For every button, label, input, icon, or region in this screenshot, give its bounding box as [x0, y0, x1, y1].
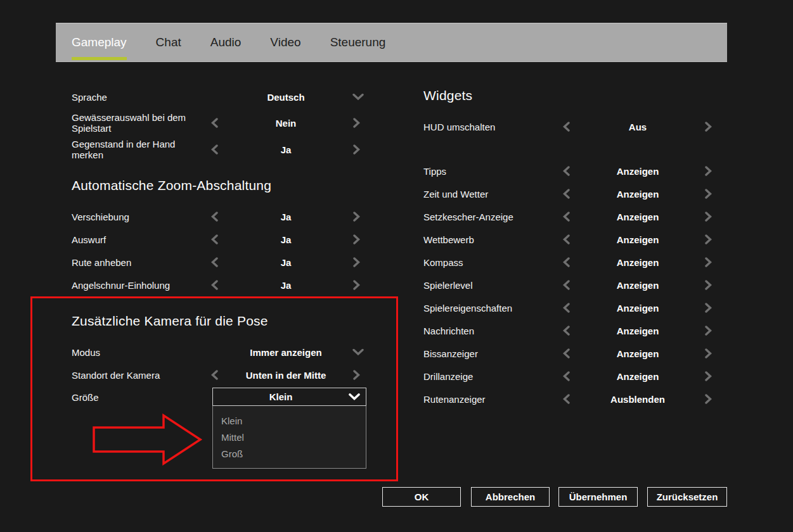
setting-value: Anzeigen [579, 189, 697, 200]
setting-label: Setzkescher-Anzeige [423, 212, 555, 222]
chevron-right-icon[interactable] [352, 370, 361, 380]
chevron-right-icon[interactable] [704, 122, 712, 132]
chevron-left-icon[interactable] [210, 234, 219, 244]
chevron-right-icon[interactable] [704, 189, 712, 199]
setting-label: Sprache [72, 92, 203, 103]
setting-label: Rutenanzeiger [423, 394, 555, 405]
chevron-right-icon[interactable] [352, 257, 361, 267]
setting-value: Anzeigen [579, 234, 697, 245]
setting-row-bissanzeiger: BissanzeigerAnzeigen [423, 342, 718, 365]
chevron-right-icon[interactable] [704, 212, 712, 222]
chevron-right-icon[interactable] [704, 394, 712, 404]
size-option-mittel[interactable]: Mittel [213, 429, 366, 446]
setting-value: Anzeigen [579, 166, 697, 177]
setting-row-wettbewerb: WettbewerbAnzeigen [423, 228, 718, 251]
widgets-column: Widgets HUD umschaltenAusTippsAnzeigenZe… [423, 0, 718, 532]
chevron-left-icon[interactable] [210, 280, 219, 290]
setting-value: Ja [227, 144, 345, 155]
setting-value: Ja [227, 257, 345, 268]
chevron-down-icon[interactable] [349, 393, 360, 400]
chevron-right-icon[interactable] [704, 257, 712, 267]
chevron-left-icon[interactable] [562, 189, 571, 199]
size-option-klein[interactable]: Klein [213, 413, 366, 429]
setting-value: Aus [579, 122, 697, 132]
section-title-widgets: Widgets [423, 88, 472, 103]
zur-cksetzen-button[interactable]: Zurücksetzen [647, 487, 727, 507]
setting-label: Zeit und Wetter [423, 189, 555, 200]
setting-row-sprache: SpracheDeutsch [72, 86, 366, 108]
setting-label: Auswurf [72, 234, 203, 245]
chevron-left-icon[interactable] [210, 212, 219, 222]
setting-value: Anzeigen [579, 326, 697, 336]
setting-label: Bissanzeiger [423, 348, 555, 359]
setting-row-zeit-und-wetter: Zeit und WetterAnzeigen [423, 182, 718, 205]
setting-row-standort-der-kamera: Standort der KameraUnten in der Mitte [72, 364, 366, 386]
chevron-right-icon[interactable] [352, 234, 361, 244]
setting-row-gew-sserauswahl-bei-dem-spielstart: Gewässerauswahl bei dem SpielstartNein [72, 111, 366, 134]
chevron-right-icon[interactable] [352, 144, 361, 155]
chevron-left-icon[interactable] [210, 257, 219, 267]
setting-value: Ja [227, 280, 345, 291]
setting-label: Tipps [423, 166, 555, 177]
chevron-right-icon[interactable] [352, 280, 361, 290]
setting-row-tipps: TippsAnzeigen [423, 160, 718, 182]
bernehmen-button[interactable]: Übernehmen [558, 487, 638, 507]
section-title-pose-camera: Zusätzliche Kamera für die Pose [72, 314, 268, 329]
chevron-left-icon[interactable] [562, 257, 571, 267]
setting-label: Verschiebung [72, 212, 203, 222]
chevron-down-icon[interactable] [352, 94, 364, 101]
chevron-left-icon[interactable] [210, 118, 219, 128]
setting-row-spielerlevel: SpielerlevelAnzeigen [423, 274, 718, 296]
chevron-right-icon[interactable] [704, 166, 712, 176]
size-dropdown-options: KleinMittelGroß [212, 406, 366, 469]
chevron-left-icon[interactable] [210, 144, 219, 155]
chevron-right-icon[interactable] [704, 234, 712, 244]
setting-row-modus: ModusImmer anzeigen [72, 341, 366, 364]
chevron-right-icon[interactable] [704, 371, 712, 381]
section-title-auto-zoom: Automatische Zoom-Abschaltung [72, 178, 271, 193]
chevron-left-icon[interactable] [562, 371, 571, 381]
ok-button[interactable]: OK [382, 487, 461, 507]
chevron-right-icon[interactable] [704, 303, 712, 313]
setting-value: Ja [227, 234, 345, 245]
chevron-left-icon[interactable] [562, 122, 571, 132]
setting-label: Spielereigenschaften [423, 303, 555, 314]
chevron-left-icon[interactable] [562, 212, 571, 222]
setting-value: Nein [227, 118, 345, 129]
chevron-left-icon[interactable] [562, 280, 571, 290]
size-dropdown-selected-value: Klein [213, 391, 349, 402]
setting-row-angelschnur-einholung: Angelschnur-EinholungJa [72, 274, 366, 296]
setting-label: Gegenstand in der Hand merken [72, 139, 203, 160]
setting-value: Anzeigen [579, 371, 697, 382]
setting-value: Anzeigen [579, 212, 697, 222]
chevron-left-icon[interactable] [562, 326, 571, 336]
setting-label: Nachrichten [423, 326, 555, 336]
setting-value: Anzeigen [579, 257, 697, 268]
setting-row-hud-umschalten: HUD umschaltenAus [423, 115, 718, 138]
setting-row-verschiebung: VerschiebungJa [72, 205, 366, 228]
setting-row-drillanzeige: DrillanzeigeAnzeigen [423, 365, 718, 388]
setting-value: Deutsch [227, 92, 345, 103]
chevron-right-icon[interactable] [704, 280, 712, 290]
setting-value: Anzeigen [579, 280, 697, 291]
setting-label: Gewässerauswahl bei dem Spielstart [72, 112, 203, 134]
chevron-left-icon[interactable] [562, 166, 571, 176]
setting-row-gegenstand-in-der-hand-merken: Gegenstand in der Hand merkenJa [72, 138, 366, 161]
abbrechen-button[interactable]: Abbrechen [471, 487, 550, 507]
setting-label: Standort der Kamera [72, 370, 203, 381]
chevron-right-icon[interactable] [352, 118, 361, 128]
chevron-left-icon[interactable] [562, 394, 571, 404]
setting-label: Spielerlevel [423, 280, 555, 291]
chevron-right-icon[interactable] [704, 326, 712, 336]
chevron-left-icon[interactable] [562, 234, 571, 244]
chevron-down-icon[interactable] [352, 349, 364, 356]
size-option-gro[interactable]: Groß [213, 446, 366, 462]
size-dropdown[interactable]: Klein [212, 388, 366, 406]
chevron-right-icon[interactable] [704, 348, 712, 358]
setting-value: Ja [227, 212, 345, 222]
chevron-left-icon[interactable] [562, 303, 571, 313]
setting-label: Drillanzeige [423, 371, 555, 382]
chevron-left-icon[interactable] [210, 370, 219, 380]
chevron-left-icon[interactable] [562, 348, 571, 358]
chevron-right-icon[interactable] [352, 212, 361, 222]
